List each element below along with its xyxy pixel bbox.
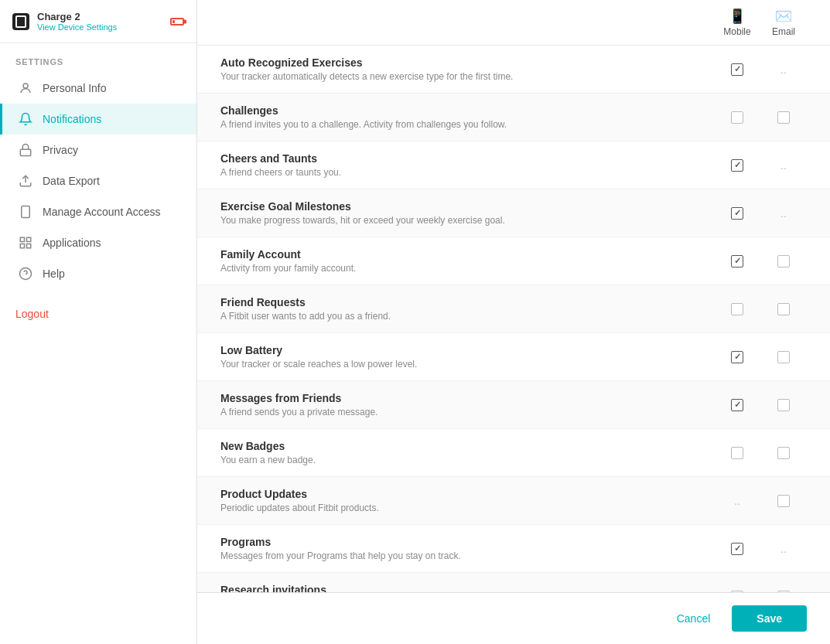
- row-title-friend-requests: Friend Requests: [220, 296, 714, 308]
- mobile-checkbox-programs[interactable]: [731, 543, 743, 555]
- mobile-checkbox-exercise-goal-milestones[interactable]: [731, 207, 743, 220]
- cancel-button[interactable]: Cancel: [664, 606, 723, 631]
- mobile-check-cheers-and-taunts[interactable]: [714, 159, 760, 172]
- content-area: 📱 Mobile ✉️ Email Auto Recognized Exerci…: [197, 0, 830, 592]
- row-title-cheers-and-taunts: Cheers and Taunts: [220, 152, 714, 165]
- nav-item-help[interactable]: Help: [0, 258, 196, 289]
- mobile-checkbox-cheers-and-taunts[interactable]: [731, 159, 743, 172]
- email-checkbox-messages-from-friends[interactable]: [777, 399, 790, 411]
- email-checkbox-product-updates[interactable]: [777, 495, 790, 507]
- mobile-icon: 📱: [714, 8, 760, 25]
- device-icon: [12, 13, 29, 30]
- footer: Cancel Save: [197, 592, 830, 644]
- email-checkbox-low-battery[interactable]: [777, 351, 790, 363]
- svg-rect-6: [27, 237, 31, 241]
- row-info-low-battery: Low BatteryYour tracker or scale reaches…: [220, 344, 714, 370]
- mobile-check-exercise-goal-milestones[interactable]: [714, 207, 760, 220]
- table-header: 📱 Mobile ✉️ Email: [197, 0, 830, 46]
- nav-label-help: Help: [43, 267, 65, 280]
- email-checkbox-family-account[interactable]: [777, 255, 790, 267]
- nav-label-notifications: Notifications: [43, 113, 101, 125]
- email-check-low-battery[interactable]: [760, 351, 807, 363]
- email-column-header: ✉️ Email: [760, 8, 807, 37]
- question-icon: [18, 266, 33, 281]
- notification-row: New BadgesYou earn a new badge.: [197, 429, 830, 477]
- mobile-checkbox-challenges[interactable]: [731, 111, 743, 124]
- nav-label-manage-account-access: Manage Account Access: [43, 206, 161, 218]
- device-name: Charge 2: [37, 11, 162, 22]
- mobile-check-family-account[interactable]: [714, 255, 760, 267]
- logout-button[interactable]: Logout: [0, 297, 196, 331]
- row-title-challenges: Challenges: [220, 104, 714, 117]
- nav-label-applications: Applications: [43, 237, 101, 249]
- row-title-low-battery: Low Battery: [220, 344, 714, 356]
- row-desc-new-badges: You earn a new badge.: [220, 455, 714, 465]
- email-check-new-badges[interactable]: [760, 447, 807, 459]
- mobile-check-low-battery[interactable]: [714, 351, 760, 363]
- dash: ..: [760, 63, 807, 76]
- mobile-check-friend-requests[interactable]: [714, 303, 760, 315]
- svg-rect-1: [20, 149, 31, 155]
- mobile-checkbox-new-badges[interactable]: [731, 447, 743, 459]
- mobile-checkbox-messages-from-friends[interactable]: [731, 399, 743, 411]
- email-check-auto-recognized-exercises: ..: [760, 63, 807, 76]
- nav-item-data-export[interactable]: Data Export: [0, 165, 196, 196]
- nav-item-notifications[interactable]: Notifications: [0, 104, 196, 135]
- nav-label-privacy: Privacy: [43, 144, 78, 156]
- email-checkbox-new-badges[interactable]: [777, 447, 790, 459]
- email-check-messages-from-friends[interactable]: [760, 399, 807, 411]
- mobile-column-header: 📱 Mobile: [714, 8, 760, 37]
- row-info-programs: ProgramsMessages from your Programs that…: [220, 536, 714, 561]
- row-title-messages-from-friends: Messages from Friends: [220, 392, 714, 404]
- row-info-friend-requests: Friend RequestsA Fitbit user wants to ad…: [220, 296, 714, 322]
- mobile-check-auto-recognized-exercises[interactable]: [714, 63, 760, 76]
- mobile-check-product-updates: ..: [714, 495, 760, 507]
- notification-row: Exercise Goal MilestonesYou make progres…: [197, 189, 830, 237]
- sidebar: Charge 2 View Device Settings SETTINGS P…: [0, 0, 197, 644]
- grid-icon: [18, 235, 33, 250]
- upload-icon: [18, 173, 33, 189]
- mobile-checkbox-auto-recognized-exercises[interactable]: [731, 63, 743, 76]
- email-checkbox-friend-requests[interactable]: [777, 303, 790, 315]
- nav-item-personal-info[interactable]: Personal Info: [0, 73, 196, 104]
- dash: ..: [760, 159, 807, 172]
- row-info-auto-recognized-exercises: Auto Recognized ExercisesYour tracker au…: [220, 56, 714, 82]
- dash: ..: [760, 207, 807, 220]
- device-sub-link[interactable]: View Device Settings: [37, 22, 162, 32]
- mobile-label: Mobile: [714, 26, 760, 37]
- device-header[interactable]: Charge 2 View Device Settings: [0, 0, 196, 43]
- email-check-cheers-and-taunts: ..: [760, 159, 807, 172]
- row-desc-auto-recognized-exercises: Your tracker automatically detects a new…: [220, 71, 714, 82]
- nav-item-privacy[interactable]: Privacy: [0, 135, 196, 165]
- mobile-check-messages-from-friends[interactable]: [714, 399, 760, 411]
- email-check-challenges[interactable]: [760, 111, 807, 124]
- mobile-check-new-badges[interactable]: [714, 447, 760, 459]
- email-check-friend-requests[interactable]: [760, 303, 807, 315]
- nav-item-manage-account-access[interactable]: Manage Account Access: [0, 196, 196, 227]
- settings-label: SETTINGS: [0, 43, 196, 73]
- row-title-auto-recognized-exercises: Auto Recognized Exercises: [220, 56, 714, 69]
- mobile-check-challenges[interactable]: [714, 111, 760, 124]
- mobile-checkbox-family-account[interactable]: [731, 255, 743, 267]
- save-button[interactable]: Save: [732, 605, 807, 632]
- email-checkbox-challenges[interactable]: [777, 111, 790, 124]
- row-info-research-invitations: Research invitationsInvitations to parti…: [220, 584, 714, 592]
- row-desc-programs: Messages from your Programs that help yo…: [220, 550, 714, 561]
- email-check-family-account[interactable]: [760, 255, 807, 267]
- notification-row: Product UpdatesPeriodic updates about Fi…: [197, 477, 830, 525]
- mobile-check-programs[interactable]: [714, 543, 760, 555]
- email-check-product-updates[interactable]: [760, 495, 807, 507]
- bell-icon: [18, 111, 33, 127]
- mobile-checkbox-friend-requests[interactable]: [731, 303, 743, 315]
- svg-rect-8: [20, 244, 24, 248]
- row-title-product-updates: Product Updates: [220, 488, 714, 500]
- nav-label-personal-info: Personal Info: [43, 82, 107, 94]
- dash: ..: [760, 543, 807, 555]
- email-check-exercise-goal-milestones: ..: [760, 207, 807, 220]
- row-desc-product-updates: Periodic updates about Fitbit products.: [220, 503, 714, 513]
- mobile-checkbox-low-battery[interactable]: [731, 351, 743, 363]
- nav-item-applications[interactable]: Applications: [0, 227, 196, 258]
- row-desc-messages-from-friends: A friend sends you a private message.: [220, 407, 714, 417]
- row-desc-low-battery: Your tracker or scale reaches a low powe…: [220, 359, 714, 370]
- row-info-cheers-and-taunts: Cheers and TauntsA friend cheers or taun…: [220, 152, 714, 178]
